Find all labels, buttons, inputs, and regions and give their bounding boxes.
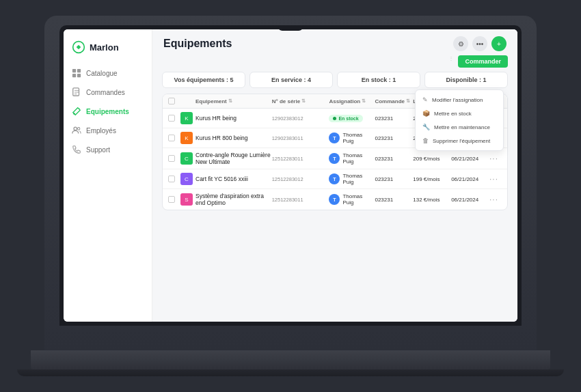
- avatar-1: T: [329, 132, 340, 143]
- phone-icon: [72, 145, 81, 154]
- top-bar-actions: ⚙ ••• +: [453, 36, 506, 51]
- menu-mettre-stock[interactable]: 📦 Mettre en stock: [416, 107, 503, 120]
- menu-item-label-3: Supprimer l'équipement: [433, 138, 490, 144]
- th-serie: N° de série ⇅: [272, 98, 329, 104]
- filter-tabs: Vos équipements : 5 En service : 4 En st…: [162, 72, 508, 88]
- sidebar-item-support[interactable]: Support: [64, 140, 152, 159]
- menu-supprimer-equipement[interactable]: 🗑 Supprimer l'équipement: [416, 134, 503, 148]
- settings-button[interactable]: ⚙: [453, 36, 468, 51]
- context-menu: ✎ Modifier l'assignation 📦 Mettre en sto…: [415, 89, 504, 151]
- add-button[interactable]: +: [491, 36, 506, 51]
- th-commande: Commande ⇅: [375, 98, 413, 104]
- filter-label-stock: En stock :: [362, 76, 391, 83]
- row-commande-4: 023231: [375, 197, 413, 203]
- row-commande-0: 023231: [375, 115, 413, 122]
- filter-count-service: 4: [308, 76, 311, 83]
- row-serial-4: 12512283011: [272, 197, 329, 203]
- row-checkbox-1[interactable]: [168, 135, 180, 141]
- sidebar-item-catalogue[interactable]: Catalogue: [64, 64, 152, 83]
- row-assign-4: TThomas Puig: [329, 193, 375, 206]
- sidebar: Marlon Catalogue: [64, 29, 152, 322]
- sidebar-label-equipements: Equipements: [86, 108, 129, 115]
- avatar-2: T: [329, 153, 340, 164]
- row-name-1: Kurus HR 800 being: [195, 135, 272, 141]
- filter-tab-all[interactable]: Vos équipements : 5: [162, 72, 245, 88]
- commande-button[interactable]: Commander: [458, 55, 508, 68]
- row-date-2: 06/21/2024: [451, 156, 489, 162]
- row-assign-2: TThomas Puig: [329, 152, 375, 165]
- th-assignation: Assignation ⇅: [329, 98, 375, 104]
- file-icon: [72, 87, 81, 97]
- th-sort-assign-icon: ⇅: [362, 98, 366, 104]
- row-checkbox-3[interactable]: [168, 176, 180, 182]
- row-assign-1: TThomas Puig: [329, 132, 375, 144]
- maintenance-icon: 🔧: [422, 124, 430, 130]
- page-title: Equipements: [163, 38, 232, 50]
- row-serial-3: 12512283012: [272, 176, 329, 182]
- row-name-0: Kurus HR being: [195, 115, 272, 122]
- filter-tab-service[interactable]: En service : 4: [249, 72, 333, 88]
- sidebar-label-catalogue: Catalogue: [86, 70, 118, 77]
- th-equipement: Equipement ⇅: [195, 98, 272, 104]
- menu-item-label-0: Modifier l'assignation: [432, 97, 483, 103]
- row-menu-2[interactable]: ···: [489, 154, 502, 163]
- edit-icon: ✎: [422, 96, 428, 103]
- sidebar-label-employes: Employés: [86, 127, 116, 135]
- table-row: C Contre-angle Rouge Lumière New Ultimat…: [163, 148, 507, 169]
- th-sort-serie-icon: ⇅: [301, 98, 306, 104]
- row-assign-3: TThomas Puig: [329, 173, 375, 185]
- row-serial-2: 12512283011: [272, 156, 329, 162]
- grid-icon: [72, 68, 81, 78]
- row-name-4: Système d'aspiration extra end Optimo: [195, 193, 272, 206]
- equip-icon-4: S: [180, 193, 193, 206]
- brand: Marlon: [64, 36, 152, 64]
- stock-icon: 📦: [422, 110, 430, 117]
- row-date-4: 06/21/2024: [451, 197, 489, 203]
- menu-item-label-2: Mettre en maintenance: [434, 124, 490, 130]
- svg-rect-4: [72, 74, 76, 77]
- row-checkbox-2[interactable]: [168, 155, 180, 162]
- row-checkbox-4[interactable]: [168, 196, 180, 203]
- svg-point-13: [77, 128, 80, 130]
- filter-label-service: En service :: [271, 76, 306, 83]
- row-loyer-4: 132 €/mois: [413, 197, 451, 203]
- tool-icon: [72, 107, 81, 116]
- sidebar-item-employes[interactable]: Employés: [64, 121, 152, 140]
- svg-line-10: [79, 109, 80, 109]
- row-assign-0: En stock: [329, 115, 375, 122]
- row-name-3: Cart fit YC 5016 xxiii: [195, 176, 272, 182]
- svg-point-12: [74, 127, 77, 130]
- row-menu-4[interactable]: ···: [489, 195, 502, 204]
- svg-rect-2: [72, 69, 76, 72]
- users-icon: [72, 126, 81, 135]
- main-content: Equipements ⚙ ••• + ⋮ Commander: [152, 29, 517, 322]
- sidebar-item-equipements[interactable]: Equipements: [64, 102, 152, 121]
- menu-mettre-maintenance[interactable]: 🔧 Mettre en maintenance: [416, 120, 503, 134]
- th-check: [168, 98, 180, 104]
- filter-tab-stock[interactable]: En stock : 1: [337, 72, 420, 88]
- filter-label-disponible: Disponible :: [446, 76, 481, 83]
- svg-point-1: [77, 46, 79, 48]
- equip-icon-0: K: [180, 112, 193, 124]
- notification-button[interactable]: •••: [472, 36, 487, 51]
- th-sort-icon: ⇅: [228, 98, 232, 104]
- avatar-3: T: [329, 173, 340, 184]
- delete-icon: 🗑: [422, 137, 429, 144]
- top-bar: Equipements ⚙ ••• +: [152, 29, 517, 55]
- row-menu-3[interactable]: ···: [489, 174, 502, 184]
- sidebar-label-commandes: Commandes: [86, 89, 125, 96]
- filter-tab-disponible[interactable]: Disponible : 1: [424, 72, 508, 88]
- avatar-4: T: [329, 194, 340, 205]
- table-row: S Système d'aspiration extra end Optimo …: [163, 189, 507, 210]
- sidebar-label-support: Support: [86, 146, 110, 154]
- row-commande-3: 023231: [375, 176, 413, 182]
- sidebar-item-commandes[interactable]: Commandes: [64, 83, 152, 102]
- svg-point-11: [73, 113, 75, 115]
- table-row: C Cart fit YC 5016 xxiii 12512283012 TTh…: [163, 169, 507, 189]
- filter-count-stock: 1: [392, 76, 396, 83]
- menu-modifier-assignation[interactable]: ✎ Modifier l'assignation: [416, 93, 503, 107]
- row-checkbox-0[interactable]: [168, 115, 180, 122]
- equip-icon-3: C: [180, 173, 193, 185]
- command-row: ⋮ Commander: [162, 55, 508, 68]
- filter-label-all: Vos équipements :: [174, 76, 228, 83]
